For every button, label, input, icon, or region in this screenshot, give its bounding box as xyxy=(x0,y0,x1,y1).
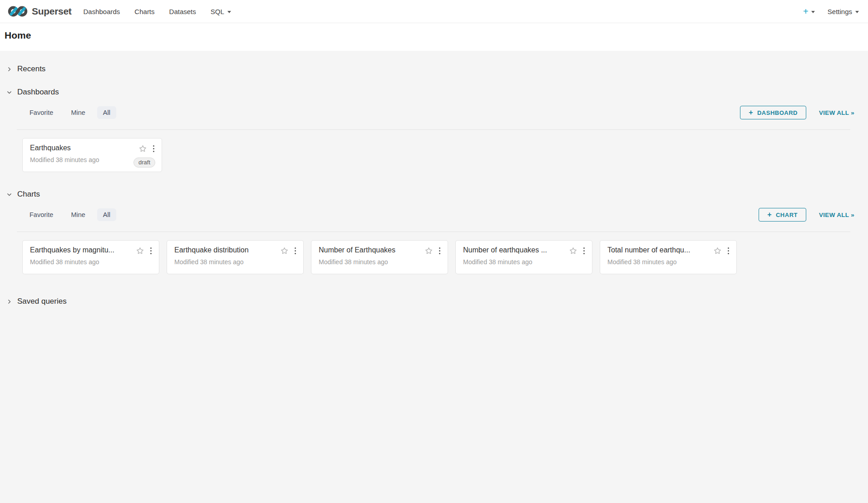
draft-badge: draft xyxy=(133,158,155,168)
card-modified-text: Modified 38 minutes ago xyxy=(30,258,153,266)
settings-label: Settings xyxy=(828,8,852,15)
dashboards-actions: + DASHBOARD VIEW ALL » xyxy=(740,106,854,119)
nav-item-charts[interactable]: Charts xyxy=(127,0,162,23)
divider xyxy=(17,129,850,130)
plus-icon: + xyxy=(749,109,753,116)
section-label: Saved queries xyxy=(17,297,67,306)
card-modified-text: Modified 38 minutes ago xyxy=(607,258,730,266)
main-menu: Dashboards Charts Datasets SQL xyxy=(76,0,238,23)
settings-menu[interactable]: Settings xyxy=(828,8,859,15)
charts-filter-tabs: Favorite Mine All xyxy=(24,208,122,221)
dashboards-toolbar: Favorite Mine All + DASHBOARD VIEW ALL » xyxy=(24,106,854,119)
favorite-star-icon[interactable] xyxy=(138,144,147,153)
caret-down-icon xyxy=(855,11,859,13)
chevron-down-icon xyxy=(6,89,12,95)
plus-icon: + xyxy=(803,7,809,16)
superset-infinity-icon xyxy=(7,5,28,18)
chart-card[interactable]: Total number of earthqu... Modified 38 m… xyxy=(600,240,737,274)
card-title[interactable]: Earthquake distribution xyxy=(174,246,249,254)
superset-logo[interactable]: Superset xyxy=(7,5,71,18)
dashboards-card-list: Earthquakes Modified 38 minutes ago dra xyxy=(22,138,868,172)
tab-mine[interactable]: Mine xyxy=(65,208,91,221)
kebab-menu-icon[interactable] xyxy=(149,247,153,255)
card-title[interactable]: Number of Earthquakes xyxy=(319,246,395,254)
home-content: Recents Dashboards Favorite Mine All + D… xyxy=(0,64,868,307)
nav-item-sql-menu[interactable]: SQL xyxy=(203,0,238,23)
nav-right-group: + Settings xyxy=(803,7,861,16)
section-charts-toggle[interactable]: Charts xyxy=(0,189,868,200)
favorite-star-icon[interactable] xyxy=(424,247,433,255)
kebab-menu-icon[interactable] xyxy=(294,247,297,255)
plus-icon: + xyxy=(767,211,772,218)
view-all-charts-link[interactable]: VIEW ALL » xyxy=(819,212,854,218)
kebab-menu-icon[interactable] xyxy=(582,247,586,255)
nav-item-dashboards[interactable]: Dashboards xyxy=(76,0,127,23)
section-label: Charts xyxy=(17,190,40,199)
section-recents: Recents xyxy=(0,64,868,74)
card-title[interactable]: Number of earthquakes ... xyxy=(463,246,547,254)
section-label: Recents xyxy=(17,64,45,74)
kebab-menu-icon[interactable] xyxy=(152,145,156,153)
section-dashboards: Dashboards Favorite Mine All + DASHBOARD… xyxy=(0,87,868,172)
card-modified-text: Modified 38 minutes ago xyxy=(463,258,586,266)
chevron-down-icon xyxy=(6,192,12,197)
new-chart-button[interactable]: + CHART xyxy=(759,208,806,222)
brand-name: Superset xyxy=(32,6,71,17)
caret-down-icon xyxy=(811,11,815,13)
section-dashboards-toggle[interactable]: Dashboards xyxy=(0,87,868,98)
tab-all[interactable]: All xyxy=(97,106,116,119)
chevron-right-icon xyxy=(6,66,12,72)
caret-down-icon xyxy=(227,11,231,13)
tab-mine[interactable]: Mine xyxy=(65,106,91,119)
new-chart-label: CHART xyxy=(776,212,798,218)
tab-favorite[interactable]: Favorite xyxy=(24,106,59,119)
card-title[interactable]: Earthquakes by magnitu... xyxy=(30,246,114,254)
kebab-menu-icon[interactable] xyxy=(727,247,730,255)
kebab-menu-icon[interactable] xyxy=(438,247,442,255)
chevron-right-icon xyxy=(6,299,12,305)
dashboard-card[interactable]: Earthquakes Modified 38 minutes ago dra xyxy=(22,138,162,172)
section-saved-queries-toggle[interactable]: Saved queries xyxy=(0,296,868,307)
chart-card[interactable]: Number of earthquakes ... Modified 38 mi… xyxy=(455,240,592,274)
tab-favorite[interactable]: Favorite xyxy=(24,208,59,221)
new-item-menu[interactable]: + xyxy=(803,7,815,16)
page-header: Home xyxy=(0,23,868,51)
charts-card-list: Earthquakes by magnitu... Modified 38 mi… xyxy=(22,240,868,274)
section-saved-queries: Saved queries xyxy=(0,296,868,307)
charts-actions: + CHART VIEW ALL » xyxy=(759,208,854,222)
card-title[interactable]: Earthquakes xyxy=(30,144,71,152)
favorite-star-icon[interactable] xyxy=(280,247,289,255)
favorite-star-icon[interactable] xyxy=(569,247,577,255)
chart-card[interactable]: Earthquakes by magnitu... Modified 38 mi… xyxy=(22,240,159,274)
chart-card[interactable]: Number of Earthquakes Modified 38 minute… xyxy=(311,240,448,274)
section-label: Dashboards xyxy=(17,88,59,97)
divider xyxy=(17,232,850,232)
favorite-star-icon[interactable] xyxy=(136,247,144,255)
page-title: Home xyxy=(5,30,863,41)
card-title[interactable]: Total number of earthqu... xyxy=(607,246,690,254)
tab-all[interactable]: All xyxy=(97,208,116,221)
card-modified-text: Modified 38 minutes ago xyxy=(319,258,441,266)
nav-item-datasets[interactable]: Datasets xyxy=(162,0,203,23)
view-all-dashboards-link[interactable]: VIEW ALL » xyxy=(819,109,854,116)
section-recents-toggle[interactable]: Recents xyxy=(0,64,868,74)
favorite-star-icon[interactable] xyxy=(713,247,722,255)
new-dashboard-button[interactable]: + DASHBOARD xyxy=(740,106,806,119)
dashboards-filter-tabs: Favorite Mine All xyxy=(24,106,122,119)
section-charts: Charts Favorite Mine All + CHART VIEW AL… xyxy=(0,189,868,274)
chart-card[interactable]: Earthquake distribution Modified 38 minu… xyxy=(167,240,304,274)
card-modified-text: Modified 38 minutes ago xyxy=(174,258,297,266)
top-nav: Superset Dashboards Charts Datasets SQL … xyxy=(0,0,868,23)
nav-item-sql-label: SQL xyxy=(211,8,224,15)
charts-toolbar: Favorite Mine All + CHART VIEW ALL » xyxy=(24,208,854,222)
new-dashboard-label: DASHBOARD xyxy=(757,109,798,116)
